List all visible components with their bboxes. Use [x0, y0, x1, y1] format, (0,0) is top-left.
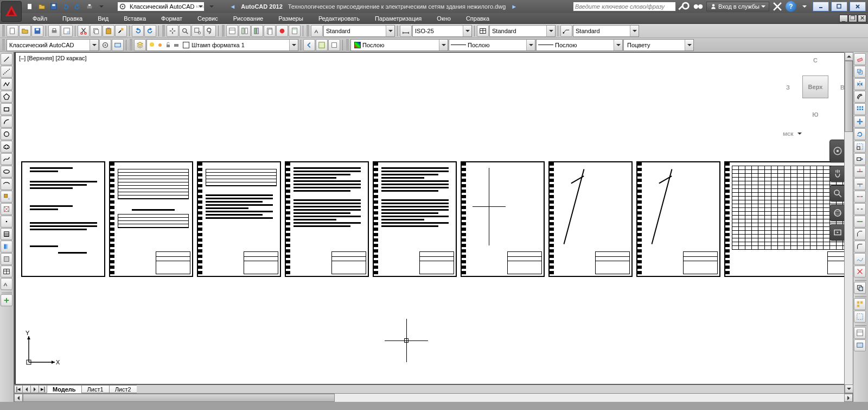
chevron-down-icon[interactable] — [196, 5, 204, 8]
layer-properties-icon[interactable] — [134, 39, 146, 51]
menu-tools[interactable]: Сервис — [190, 13, 226, 23]
layer-combo[interactable]: Штамп форматка 1 — [146, 39, 298, 51]
select-all-icon[interactable] — [854, 311, 866, 323]
plotstyle-combo[interactable]: Поцвету — [623, 39, 694, 51]
toolbar-grip[interactable] — [2, 25, 5, 37]
new-icon[interactable] — [7, 25, 18, 37]
join-icon[interactable] — [854, 216, 866, 228]
chevron-down-icon[interactable] — [289, 40, 298, 51]
zoom-extents-icon[interactable] — [829, 185, 846, 201]
search-icon[interactable] — [678, 2, 690, 11]
toolbar-grip[interactable] — [130, 39, 132, 51]
menu-format[interactable]: Формат — [154, 13, 190, 23]
scrollbar-thumb[interactable] — [845, 61, 853, 132]
showmotion-icon[interactable] — [829, 224, 846, 241]
revcloud-icon[interactable] — [1, 141, 12, 153]
chevron-down-icon[interactable] — [614, 40, 622, 51]
mirror-icon[interactable] — [854, 78, 866, 90]
construction-line-icon[interactable] — [1, 66, 12, 78]
scroll-left-icon[interactable] — [14, 394, 23, 402]
tab-nav-prev-icon[interactable] — [22, 385, 31, 393]
polygon-icon[interactable] — [1, 91, 12, 103]
layout-tab-2[interactable]: Лист2 — [109, 385, 137, 393]
scale-icon[interactable] — [854, 141, 866, 153]
draw-order-icon[interactable] — [854, 282, 866, 294]
trim-icon[interactable] — [854, 166, 866, 178]
workspace-settings-icon[interactable] — [99, 39, 111, 51]
minimize-button[interactable] — [813, 2, 829, 11]
signin-button[interactable]: Вход в службы — [706, 2, 769, 11]
tab-nav-next-icon[interactable] — [30, 385, 39, 393]
extend-icon[interactable] — [854, 178, 866, 190]
point-icon[interactable] — [1, 216, 12, 228]
line-icon[interactable] — [1, 53, 12, 65]
search-input[interactable] — [573, 2, 675, 11]
scroll-right-icon[interactable] — [844, 394, 853, 402]
hatch-icon[interactable] — [1, 228, 12, 240]
model-viewport[interactable]: [–] [Верхняя] [2D каркас] С Ю В З Верх м… — [15, 52, 852, 384]
ellipse-icon[interactable] — [1, 166, 12, 178]
layer-state-icon[interactable] — [316, 39, 328, 51]
help-dropdown-icon[interactable] — [799, 2, 810, 11]
exchange-icon[interactable] — [771, 2, 783, 11]
properties-icon[interactable] — [226, 25, 238, 37]
tab-nav-last-icon[interactable]: ▸| — [39, 385, 47, 393]
region-icon[interactable] — [1, 253, 12, 265]
menu-view[interactable]: Вид — [90, 13, 116, 23]
dimstyle-combo[interactable]: ISO-25 — [412, 25, 472, 37]
fillet-icon[interactable] — [854, 241, 866, 253]
offset-icon[interactable] — [854, 91, 866, 103]
print-preview-icon[interactable] — [61, 25, 73, 37]
cleanscreen-icon[interactable] — [854, 339, 866, 351]
scroll-down-icon[interactable] — [845, 384, 853, 393]
open-icon[interactable] — [19, 25, 31, 37]
vertical-scrollbar[interactable] — [844, 52, 853, 393]
chevron-down-icon[interactable] — [630, 26, 639, 36]
menu-modify[interactable]: Редактировать — [311, 13, 367, 23]
break-at-point-icon[interactable] — [854, 191, 866, 203]
qat-redo-icon[interactable] — [73, 2, 82, 11]
workspace-combo-2[interactable]: Классический AutoCAD — [7, 39, 99, 51]
chevron-down-icon[interactable] — [463, 26, 471, 36]
toolbar-grip[interactable] — [162, 25, 165, 37]
mdi-restore-button[interactable]: ❐ — [848, 15, 857, 22]
insert-block-icon[interactable] — [1, 191, 12, 203]
menu-edit[interactable]: Правка — [55, 13, 90, 23]
layout-tab-1[interactable]: Лист1 — [81, 385, 110, 393]
tablestyle-icon[interactable] — [477, 25, 489, 37]
rotate-icon[interactable] — [854, 128, 866, 140]
mdi-close-button[interactable]: ✕ — [858, 15, 866, 22]
mtext-icon[interactable]: A — [1, 278, 12, 290]
select-similar-icon[interactable] — [854, 298, 866, 310]
chevron-down-icon[interactable] — [439, 40, 448, 51]
erase-icon[interactable] — [854, 53, 866, 65]
circle-icon[interactable] — [1, 128, 12, 140]
infocenter-search[interactable] — [573, 2, 676, 11]
design-center-icon[interactable] — [239, 25, 251, 37]
horizontal-scrollbar[interactable] — [14, 393, 853, 402]
app-menu-button[interactable] — [1, 1, 22, 22]
toolbar-grip[interactable] — [346, 39, 349, 51]
redo-icon[interactable] — [144, 25, 156, 37]
pan-icon[interactable] — [829, 166, 846, 182]
tool-palettes-icon[interactable] — [251, 25, 263, 37]
lineweight-combo[interactable]: Послою — [536, 39, 623, 51]
chevron-down-icon[interactable] — [386, 26, 394, 36]
layout-tab-model[interactable]: Модель — [47, 385, 82, 393]
qat-undo-icon[interactable] — [61, 2, 71, 11]
markup-icon[interactable] — [276, 25, 288, 37]
maximize-button[interactable] — [831, 2, 847, 11]
mleaderstyle-icon[interactable] — [560, 25, 572, 37]
dimstyle-icon[interactable] — [400, 25, 412, 37]
help-icon[interactable]: ? — [786, 1, 796, 12]
ellipse-arc-icon[interactable] — [1, 178, 12, 190]
textstyle-icon[interactable]: A — [311, 25, 323, 37]
layer-previous-icon[interactable] — [303, 39, 315, 51]
print-icon[interactable] — [48, 25, 60, 37]
match-properties-icon[interactable] — [115, 25, 127, 37]
sheetset-icon[interactable] — [264, 25, 276, 37]
viewport-label[interactable]: [–] [Верхняя] [2D каркас] — [19, 55, 87, 61]
toolbar-grip[interactable] — [222, 25, 225, 37]
array-icon[interactable] — [854, 103, 866, 115]
menu-file[interactable]: Файл — [25, 13, 55, 23]
